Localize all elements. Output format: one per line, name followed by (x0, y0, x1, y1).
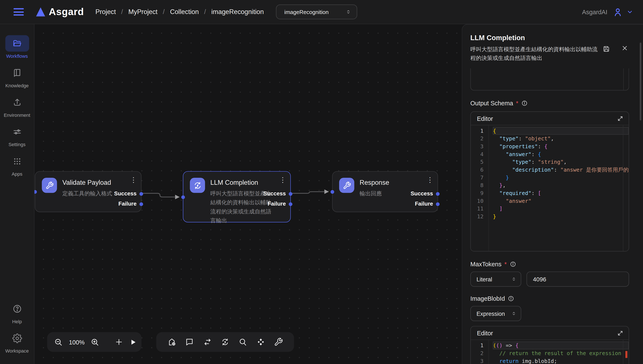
left-sidebar: Workflows Knowledge Environment Settings… (0, 24, 35, 364)
expand-icon[interactable] (617, 115, 623, 122)
code-content[interactable]: { "type": "object", "properties": { "ans… (489, 125, 629, 251)
field-scrollbar (623, 68, 624, 90)
port-failure[interactable] (139, 202, 143, 206)
breadcrumb-project[interactable]: Project (95, 8, 116, 16)
zoom-out-icon[interactable] (54, 338, 63, 346)
output-schema-label-row: Output Schema * (470, 100, 629, 106)
chevron-updown-icon (511, 310, 516, 317)
logo-triangle-icon (36, 8, 45, 16)
sidebar-item-label: Environment (4, 112, 30, 118)
port-label-success: Success (410, 190, 433, 197)
max-tokens-label-row: MaxTokens * (470, 260, 629, 268)
node-title: Validate Payload (62, 179, 112, 186)
port-input[interactable] (330, 190, 334, 194)
navbar-right: AsgardAI (582, 7, 633, 17)
image-blob-id-mode-select[interactable]: Expression (470, 306, 521, 321)
code-editor[interactable]: 123456789101112 { "type": "object", "pro… (471, 125, 628, 251)
code-content[interactable]: (() => { // return the result of the exp… (489, 340, 629, 364)
kebab-menu-icon[interactable]: ⋮ (279, 176, 286, 184)
zoom-in-icon[interactable] (91, 338, 99, 346)
user-avatar-icon[interactable] (613, 7, 623, 17)
sidebar-item-label: Apps (12, 172, 23, 176)
app: Asgard Project / MyProject / Collection … (0, 0, 643, 364)
auto-layout-icon[interactable] (256, 338, 265, 346)
menu-icon[interactable] (14, 8, 24, 16)
info-icon[interactable] (521, 100, 528, 106)
llm-tool-icon[interactable] (221, 338, 230, 346)
expand-icon[interactable] (617, 330, 623, 336)
output-schema-editor: Editor 123456789101112 { "type": "object… (470, 112, 629, 252)
required-asterisk: * (516, 100, 518, 106)
max-tokens-input[interactable] (526, 272, 629, 287)
upload-icon (5, 94, 29, 111)
required-asterisk: * (504, 260, 507, 268)
add-node-icon[interactable] (167, 338, 176, 346)
port-label-failure: Failure (268, 201, 286, 207)
sidebar-item-knowledge[interactable]: Knowledge (2, 65, 32, 88)
max-tokens-controls: Literal (470, 272, 629, 287)
workflow-select[interactable]: imageRecognition (276, 4, 357, 19)
select-value: Expression (477, 310, 505, 317)
sidebar-item-help[interactable]: Help (2, 301, 32, 324)
node-subtitle: 輸出回應 (360, 189, 389, 198)
swap-arrows-icon[interactable] (203, 338, 212, 346)
node-config-panel: LLM Completion 呼叫大型語言模型並產生結構化的資料輸出以輔助流程的… (462, 24, 643, 364)
tools-wrench-icon[interactable] (274, 338, 283, 346)
editor-title: Editor (477, 330, 493, 336)
port-success[interactable] (436, 192, 440, 196)
port-input[interactable] (181, 196, 185, 199)
node-response[interactable]: Response 輸出回應 ⋮ Success Failure (332, 171, 438, 212)
sidebar-item-label: Knowledge (5, 83, 29, 88)
sidebar-item-workspace[interactable]: Workspace (2, 330, 32, 354)
breadcrumb: Project / MyProject / Collection / image… (95, 8, 264, 16)
chevron-down-icon[interactable] (627, 8, 633, 15)
add-icon[interactable] (115, 338, 123, 346)
breadcrumb-separator: / (204, 8, 206, 16)
info-icon[interactable] (510, 261, 516, 267)
help-icon (5, 301, 29, 317)
port-success[interactable] (289, 192, 292, 196)
run-play-icon[interactable] (129, 338, 137, 346)
sidebar-item-label: Workflows (6, 54, 28, 58)
comment-icon[interactable] (185, 338, 194, 346)
sidebar-item-label: Help (12, 319, 22, 324)
breadcrumb-myproject[interactable]: MyProject (128, 8, 158, 16)
info-icon[interactable] (508, 295, 514, 302)
field-label-text: Output Schema (470, 100, 513, 106)
sidebar-item-label: Workspace (5, 348, 29, 354)
llm-icon (190, 178, 205, 193)
node-validate-payload[interactable]: Validate Payload 定義工具的輸入格式 ⋮ Success Fai… (35, 171, 141, 212)
port-failure[interactable] (436, 202, 440, 206)
sidebar-item-workflows[interactable]: Workflows (2, 35, 32, 58)
close-icon[interactable] (622, 45, 628, 51)
kebab-menu-icon[interactable]: ⋮ (426, 176, 434, 184)
save-icon[interactable] (602, 45, 610, 53)
zoom-toolbar: 100% (47, 332, 142, 352)
panel-title: LLM Completion (470, 34, 629, 42)
image-blob-id-editor: Editor 1234 (() => { // return the resul… (470, 326, 629, 364)
sidebar-item-settings[interactable]: Settings (2, 124, 32, 147)
sliders-icon (5, 124, 29, 140)
port-failure[interactable] (289, 202, 292, 206)
port-success[interactable] (139, 192, 143, 196)
sidebar-item-environment[interactable]: Environment (2, 94, 32, 118)
node-llm-completion[interactable]: LLM Completion 呼叫大型語言模型並產生結構化的資料輸出以輔助流程的… (183, 171, 291, 222)
panel-scrollbar[interactable] (640, 43, 641, 120)
user-label: AsgardAI (582, 8, 607, 16)
search-icon[interactable] (238, 338, 247, 346)
code-editor[interactable]: 1234 (() => { // return the result of th… (471, 340, 628, 364)
node-subtitle: 定義工具的輸入格式 (62, 189, 112, 198)
scrolled-field-partial[interactable] (470, 68, 629, 90)
editor-title: Editor (477, 115, 493, 122)
sidebar-item-apps[interactable]: Apps (2, 153, 32, 176)
editor-header: Editor (471, 112, 628, 125)
editor-header: Editor (471, 326, 628, 340)
select-value: Literal (477, 276, 492, 282)
breadcrumb-workflow[interactable]: imageRecognition (211, 8, 264, 16)
wrench-icon (42, 178, 57, 193)
max-tokens-mode-select[interactable]: Literal (470, 272, 521, 287)
kebab-menu-icon[interactable]: ⋮ (130, 176, 137, 184)
breadcrumb-collection[interactable]: Collection (170, 8, 199, 16)
breadcrumb-separator: / (163, 8, 165, 16)
port-label-failure: Failure (415, 201, 433, 207)
